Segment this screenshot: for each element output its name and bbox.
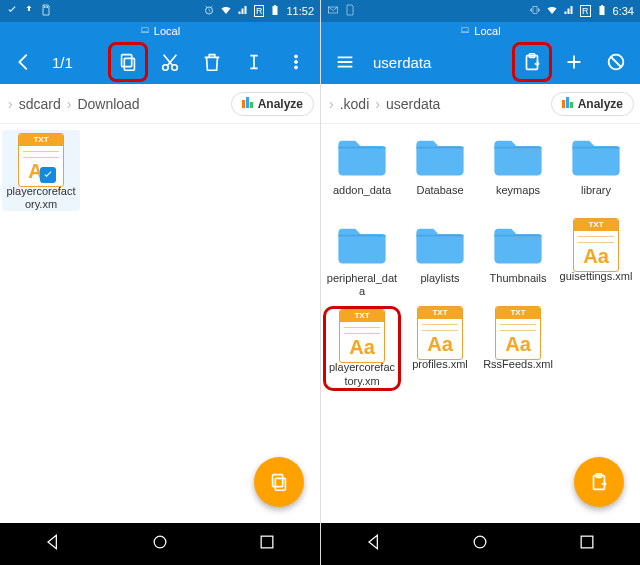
status-bar: R 11:52 [0,0,320,22]
item-label: addon_data [323,184,401,210]
signal-icon [563,4,575,18]
svg-point-6 [295,55,298,58]
fab-paste[interactable] [574,457,624,507]
file-item[interactable]: TXTAaguisettings.xml [557,218,635,298]
nav-back[interactable] [364,532,384,556]
phone-left: R 11:52 Local 1/1 › sdcard › Download An… [0,0,320,565]
paste-button[interactable] [512,42,552,82]
nav-back[interactable] [43,532,63,556]
file-item[interactable]: TXTAaplayercorefactory.xm [323,306,401,390]
rename-button[interactable] [234,42,274,82]
nav-home[interactable] [470,532,490,556]
selected-check-icon [40,167,56,183]
svg-point-7 [295,61,298,64]
bars-icon [562,97,574,111]
folder-item[interactable]: playlists [401,218,479,298]
status-time: 6:34 [613,5,634,17]
svg-rect-9 [275,478,285,490]
wifi-icon [220,4,232,18]
txt-file-icon: TXTAa [417,306,463,356]
crumb[interactable]: Download [73,96,143,112]
overflow-button[interactable] [276,42,316,82]
bars-icon [242,97,254,111]
toolbar: userdata [321,40,640,84]
file-item[interactable]: TXTAaprofiles.xml [401,306,479,390]
selection-counter: 1/1 [46,54,79,71]
folder-item[interactable]: keymaps [479,130,557,210]
txt-file-icon: TXTAa [573,218,619,268]
menu-button[interactable] [325,42,365,82]
copy-button[interactable] [108,42,148,82]
item-label: playercorefactory.xm [2,185,80,211]
crumb[interactable]: sdcard [15,96,65,112]
folder-item[interactable]: Thumbnails [479,218,557,298]
block-button[interactable] [596,42,636,82]
check-icon [6,4,18,18]
folder-item[interactable]: Database [401,130,479,210]
breadcrumb: › sdcard › Download Analyze [0,84,320,124]
item-label: Thumbnails [479,272,557,298]
item-label: RssFeeds.xml [479,358,557,384]
wifi-icon [546,4,558,18]
mail-icon [327,4,339,18]
nav-recent[interactable] [577,532,597,556]
vibrate-icon [529,4,541,18]
svg-rect-3 [122,55,132,67]
svg-rect-14 [533,7,537,14]
folder-item[interactable]: addon_data [323,130,401,210]
status-time: 11:52 [286,5,314,17]
file-item[interactable]: TXTAaRssFeeds.xml [479,306,557,390]
back-button[interactable] [4,42,44,82]
alarm-icon [203,4,215,18]
analyze-button[interactable]: Analyze [231,92,314,116]
svg-rect-10 [273,475,283,487]
new-button[interactable] [554,42,594,82]
txt-file-icon: TXTAa [339,309,385,359]
svg-rect-1 [142,28,149,32]
crumb[interactable]: .kodi [336,96,374,112]
svg-rect-22 [581,536,593,548]
folder-item[interactable]: peripheral_data [323,218,401,298]
item-label: guisettings.xml [557,270,635,296]
nav-recent[interactable] [257,532,277,556]
breadcrumb: › .kodi › userdata Analyze [321,84,640,124]
location-label: Local [474,25,500,37]
location-label: Local [154,25,180,37]
svg-rect-2 [124,58,134,70]
fab-copy[interactable] [254,457,304,507]
signal-icon [237,4,249,18]
nav-home[interactable] [150,532,170,556]
svg-rect-15 [462,28,469,32]
chevron-icon: › [373,96,382,112]
file-item[interactable]: TXTAaplayercorefactory.xm [2,130,80,211]
battery-icon [269,4,281,18]
folder-icon [489,130,547,182]
analyze-button[interactable]: Analyze [551,92,634,116]
r-badge-icon: R [254,5,265,17]
android-navbar [321,523,640,565]
folder-icon [567,130,625,182]
toolbar: 1/1 [0,40,320,84]
folder-icon [489,218,547,270]
folder-item[interactable]: library [557,130,635,210]
crumb[interactable]: userdata [382,96,444,112]
battery-icon [596,4,608,18]
item-label: Database [401,184,479,210]
txt-file-icon: TXTAa [495,306,541,356]
item-label: profiles.xml [401,358,479,384]
chevron-icon: › [327,96,336,112]
folder-icon [333,218,391,270]
delete-button[interactable] [192,42,232,82]
txt-file-icon: TXTAa [18,133,64,183]
folder-icon [333,130,391,182]
item-label: peripheral_data [323,272,401,298]
r-badge-icon: R [580,5,591,17]
cut-button[interactable] [150,42,190,82]
svg-point-11 [154,536,166,548]
svg-point-8 [295,66,298,69]
android-navbar [0,523,320,565]
path-label[interactable]: userdata [367,54,437,71]
item-label: library [557,184,635,210]
status-bar: R 6:34 [321,0,640,22]
location-strip: Local [321,22,640,40]
